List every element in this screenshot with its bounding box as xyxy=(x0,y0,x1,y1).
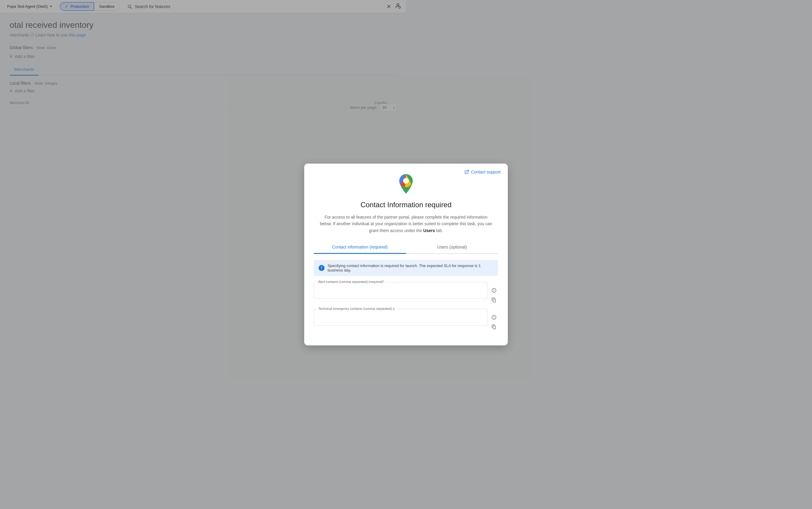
dialog: Contact support Contact Information requ… xyxy=(304,164,406,254)
dialog-description: For access to all features of the partne… xyxy=(314,214,406,234)
dialog-title: Contact Information required xyxy=(314,201,406,209)
dialog-tabs: Contact information (required) Users (op… xyxy=(314,241,406,254)
tab-contact-information[interactable]: Contact information (required) xyxy=(314,241,406,254)
maps-pin-icon xyxy=(395,173,406,195)
modal-overlay[interactable]: Contact support Contact Information requ… xyxy=(0,0,406,254)
dialog-logo xyxy=(314,173,406,195)
